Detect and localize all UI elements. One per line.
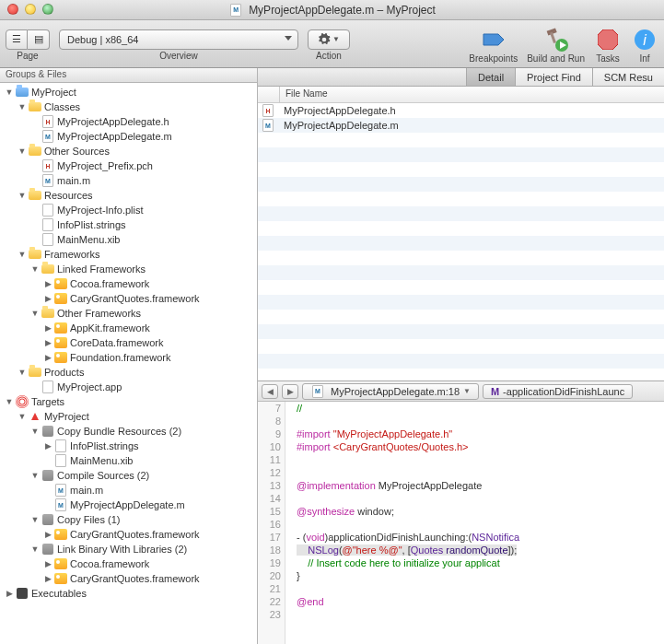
tree-item[interactable]: MainMenu.xib (0, 232, 257, 247)
tab-project-find[interactable]: Project Find (515, 68, 592, 86)
file-m-icon: M (53, 498, 68, 511)
page-file-button[interactable]: ▤ (28, 29, 50, 50)
tree-item[interactable]: CaryGrantQuotes.framework (0, 571, 257, 586)
zoom-window-button[interactable] (42, 4, 53, 15)
disclosure-triangle[interactable] (4, 88, 15, 97)
disclosure-triangle[interactable] (29, 471, 41, 480)
disclosure-triangle[interactable] (42, 353, 53, 362)
tab-detail[interactable]: Detail (466, 68, 515, 86)
tree-item-label: CaryGrantQuotes.framework (70, 529, 200, 540)
disclosure-triangle[interactable] (17, 368, 28, 377)
tree-item[interactable]: CaryGrantQuotes.framework (0, 527, 257, 542)
tree-item[interactable]: Foundation.framework (0, 350, 257, 365)
editor-symbol-crumb[interactable]: M -applicationDidFinishLaunc (483, 384, 633, 399)
file-m-icon: M (310, 385, 325, 398)
disclosure-triangle[interactable] (29, 427, 41, 436)
tree-item[interactable]: Other Frameworks (0, 306, 257, 321)
file-list[interactable]: File Name HMyProjectAppDelegate.hMMyProj… (258, 87, 664, 381)
tree-item[interactable]: MyProject (0, 409, 257, 424)
tree-item[interactable]: Classes (0, 100, 257, 114)
disclosure-triangle[interactable] (17, 102, 28, 111)
disclosure-triangle[interactable] (17, 146, 28, 156)
tree-item[interactable]: Mmain.m (0, 483, 257, 498)
action-button[interactable]: ▼ (308, 29, 350, 50)
disclosure-triangle[interactable] (42, 441, 53, 451)
tree-item[interactable]: InfoPlist.strings (0, 217, 257, 232)
tree-item[interactable]: MyProject.app (0, 380, 257, 394)
tree-item-label: Classes (44, 101, 80, 112)
tree-item[interactable]: HMyProject_Prefix.pch (0, 158, 257, 173)
disclosure-triangle[interactable] (42, 574, 53, 583)
tree-item[interactable]: InfoPlist.strings (0, 439, 257, 453)
tree-item[interactable]: CaryGrantQuotes.framework (0, 291, 257, 306)
tree-item[interactable]: MMyProjectAppDelegate.m (0, 498, 257, 512)
tree-item[interactable]: Targets (0, 394, 257, 409)
tree-item[interactable]: HMyProjectAppDelegate.h (0, 114, 257, 129)
file-list-row (258, 251, 664, 265)
tree-item[interactable]: Cocoa.framework (0, 556, 257, 571)
file-list-row[interactable]: HMyProjectAppDelegate.h (258, 103, 664, 118)
disclosure-triangle[interactable] (42, 338, 53, 347)
file-list-header-name[interactable]: File Name (280, 87, 664, 102)
overview-select[interactable]: Debug | x86_64 (59, 29, 298, 50)
exec-icon (15, 587, 29, 600)
code-editor[interactable]: 7891011121314151617181920212223 // #impo… (258, 402, 664, 644)
minimize-window-button[interactable] (25, 4, 36, 15)
info-button[interactable]: i (631, 26, 658, 53)
disclosure-triangle[interactable] (42, 279, 53, 288)
tree-item[interactable]: Frameworks (0, 247, 257, 262)
disclosure-triangle[interactable] (29, 264, 41, 274)
editor-nav-bar: ◀ ▶ M MyProjectAppDelegate.m:18 ▼ M -app… (258, 381, 664, 402)
file-list-name: MyProjectAppDelegate.h (280, 105, 400, 116)
disclosure-triangle[interactable] (17, 412, 28, 421)
tree-item[interactable]: Copy Files (1) (0, 512, 257, 527)
tree-item-label: MyProject (31, 87, 76, 98)
framework-icon (53, 292, 68, 305)
tasks-button[interactable] (594, 26, 622, 53)
disclosure-triangle[interactable] (42, 530, 53, 539)
tab-scm[interactable]: SCM Resu (592, 68, 664, 86)
disclosure-triangle[interactable] (4, 397, 15, 406)
tree-item[interactable]: Resources (0, 188, 257, 203)
disclosure-triangle[interactable] (17, 191, 28, 200)
tree-item-label: Copy Files (1) (57, 514, 120, 525)
disclosure-triangle[interactable] (42, 559, 53, 568)
tree-item[interactable]: Products (0, 365, 257, 380)
file-list-row[interactable]: MMyProjectAppDelegate.m (258, 118, 664, 133)
code-area[interactable]: // #import "MyProjectAppDelegate.h"#impo… (285, 402, 664, 644)
tree-item[interactable]: CoreData.framework (0, 335, 257, 350)
disclosure-triangle[interactable] (4, 589, 15, 598)
page-list-button[interactable]: ☰ (6, 29, 28, 50)
tree-item[interactable]: Link Binary With Libraries (2) (0, 542, 257, 556)
tree-item[interactable]: MyProject-Info.plist (0, 203, 257, 217)
disclosure-triangle[interactable] (29, 544, 41, 554)
disclosure-triangle[interactable] (29, 515, 41, 524)
nav-back-button[interactable]: ◀ (262, 384, 278, 399)
breakpoints-button[interactable] (480, 26, 507, 53)
tree-item[interactable]: Cocoa.framework (0, 276, 257, 291)
tree-item[interactable]: MyProject (0, 85, 257, 100)
tree-item[interactable]: MMyProjectAppDelegate.m (0, 129, 257, 144)
tree-item-label: MainMenu.xib (70, 455, 133, 466)
close-window-button[interactable] (7, 4, 18, 15)
tree-item-label: Products (44, 367, 84, 378)
nav-forward-button[interactable]: ▶ (282, 384, 298, 399)
disclosure-triangle[interactable] (29, 309, 41, 318)
disclosure-triangle[interactable] (42, 294, 53, 303)
tree-item[interactable]: Executables (0, 586, 257, 601)
tree-item[interactable]: Compile Sources (2) (0, 468, 257, 483)
disclosure-triangle[interactable] (17, 250, 28, 259)
editor-file-crumb[interactable]: M MyProjectAppDelegate.m:18 ▼ (302, 383, 479, 400)
build-run-button[interactable] (542, 26, 570, 53)
tree-item[interactable]: Copy Bundle Resources (2) (0, 424, 257, 439)
file-list-row (258, 339, 664, 354)
page-segmented-control[interactable]: ☰ ▤ (6, 29, 50, 50)
disclosure-triangle[interactable] (42, 323, 53, 333)
tree-item[interactable]: Linked Frameworks (0, 262, 257, 276)
page-label: Page (17, 51, 38, 61)
tree-item[interactable]: AppKit.framework (0, 321, 257, 335)
project-tree[interactable]: MyProjectClassesHMyProjectAppDelegate.hM… (0, 83, 257, 644)
tree-item[interactable]: MainMenu.xib (0, 453, 257, 468)
tree-item[interactable]: Mmain.m (0, 173, 257, 188)
tree-item[interactable]: Other Sources (0, 144, 257, 158)
